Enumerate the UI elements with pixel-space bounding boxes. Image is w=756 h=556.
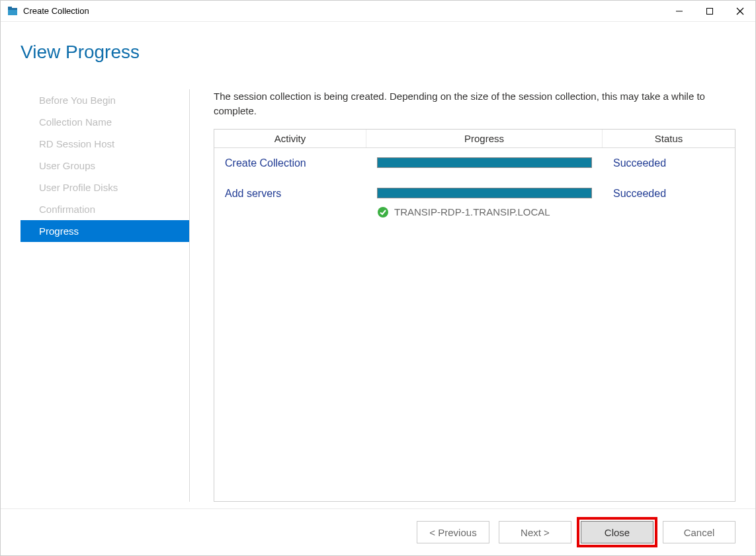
column-progress[interactable]: Progress — [366, 130, 603, 147]
status-label: Succeeded — [603, 157, 735, 169]
table-row: Add servers Succeeded — [214, 185, 735, 202]
step-rd-session-host: RD Session Host — [21, 133, 189, 155]
svg-rect-2 — [8, 7, 12, 9]
column-status[interactable]: Status — [603, 130, 735, 147]
table-row: Create Collection Succeeded — [214, 155, 735, 172]
grid-body: Create Collection Succeeded Add servers … — [214, 148, 735, 227]
server-detail-label: TRANSIP-RDP-1.TRANSIP.LOCAL — [394, 206, 550, 218]
page-title: View Progress — [21, 42, 735, 63]
minimize-button[interactable] — [664, 1, 694, 22]
step-progress[interactable]: Progress — [21, 220, 189, 242]
grid-header: Activity Progress Status — [214, 130, 735, 148]
svg-point-7 — [378, 207, 388, 218]
activity-label: Create Collection — [214, 157, 366, 169]
svg-rect-4 — [707, 8, 713, 14]
wizard-steps: Before You Begin Collection Name RD Sess… — [21, 89, 190, 502]
column-activity[interactable]: Activity — [214, 130, 366, 147]
progress-bar — [377, 157, 592, 168]
maximize-button[interactable] — [694, 1, 725, 22]
table-sub-row: TRANSIP-RDP-1.TRANSIP.LOCAL — [214, 202, 735, 221]
maximize-icon — [706, 7, 714, 15]
step-confirmation: Confirmation — [21, 198, 189, 220]
previous-button: < Previous — [417, 521, 489, 543]
app-icon — [7, 6, 18, 17]
step-before-you-begin: Before You Begin — [21, 89, 189, 111]
close-button[interactable]: Close — [581, 521, 653, 543]
minimize-icon — [675, 7, 683, 15]
progress-cell — [366, 188, 603, 198]
close-icon — [736, 7, 744, 15]
progress-bar — [377, 188, 592, 198]
window-title: Create Collection — [23, 6, 89, 16]
wizard-footer: < Previous Next > Close Cancel — [1, 508, 755, 555]
next-button: Next > — [499, 521, 571, 543]
step-collection-name: Collection Name — [21, 111, 189, 133]
step-user-profile-disks: User Profile Disks — [21, 177, 189, 198]
progress-grid: Activity Progress Status Create Collecti… — [214, 129, 735, 502]
success-check-icon — [377, 206, 389, 218]
activity-label: Add servers — [214, 188, 366, 200]
wizard-body: Before You Begin Collection Name RD Sess… — [1, 69, 755, 508]
progress-description: The session collection is being created.… — [214, 89, 735, 118]
page-header: View Progress — [1, 22, 755, 69]
cancel-button: Cancel — [663, 521, 735, 543]
step-user-groups: User Groups — [21, 155, 189, 177]
progress-cell — [366, 157, 603, 168]
window-controls — [664, 1, 755, 22]
status-label: Succeeded — [603, 188, 735, 200]
wizard-main: The session collection is being created.… — [190, 89, 735, 502]
titlebar: Create Collection — [1, 1, 755, 22]
close-window-button[interactable] — [725, 1, 755, 22]
